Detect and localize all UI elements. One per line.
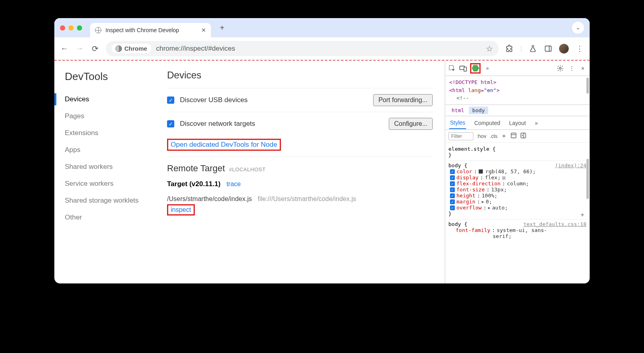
tab-styles[interactable]: Styles: [449, 117, 466, 129]
prop-checkbox[interactable]: ✓: [450, 187, 455, 192]
usb-checkbox[interactable]: ✓: [167, 96, 174, 104]
dom-breadcrumb: html body: [445, 105, 590, 116]
toggle-sidebar-icon[interactable]: [520, 132, 526, 140]
crumb-html[interactable]: html: [448, 107, 467, 114]
kebab-menu-icon[interactable]: ⋮: [575, 44, 584, 53]
flask-icon[interactable]: [528, 44, 537, 53]
color-swatch-icon[interactable]: [479, 169, 483, 174]
styles-scrollbar-icon[interactable]: [586, 159, 589, 199]
prop-checkbox[interactable]: ✓: [450, 205, 455, 210]
traffic-lights: [60, 25, 82, 31]
gear-icon[interactable]: [556, 64, 565, 73]
new-style-rule-icon[interactable]: ＋: [501, 132, 507, 140]
prop-checkbox[interactable]: ✓: [450, 169, 455, 174]
computed-styles-icon[interactable]: [510, 132, 517, 140]
browser-tab[interactable]: Inspect with Chrome Develop ✕: [90, 23, 211, 37]
target-path: /Users/stmarthe/code/index.js: [167, 195, 252, 202]
body-rule-source[interactable]: (index):24: [555, 162, 586, 168]
svg-rect-3: [464, 67, 466, 71]
elements-tree[interactable]: <!DOCTYPE html> <html lang="en"> <!--: [445, 76, 590, 105]
expand-triangle-icon[interactable]: ▶: [488, 205, 490, 210]
inspect-highlight-box: inspect: [167, 204, 195, 215]
extensions-icon[interactable]: [505, 44, 514, 53]
omnibox[interactable]: Chrome chrome://inspect/#devices ☆: [106, 41, 499, 56]
devtools-title: DevTools: [65, 70, 156, 83]
close-window-icon[interactable]: [60, 25, 65, 31]
prop-checkbox[interactable]: ✓: [450, 175, 455, 180]
trace-link[interactable]: trace: [227, 181, 241, 187]
hexagon-icon: [472, 65, 479, 72]
sidebar-item-shared-workers[interactable]: Shared workers: [65, 158, 156, 175]
new-tab-button[interactable]: +: [220, 23, 225, 33]
forward-button[interactable]: →: [75, 44, 84, 53]
sidebar-item-pages[interactable]: Pages: [65, 108, 156, 125]
styles-body[interactable]: element.style { } body { (index):24 ✓ co…: [445, 143, 590, 283]
port-forwarding-button[interactable]: Port forwarding...: [373, 94, 433, 106]
inspect-element-icon[interactable]: [448, 64, 456, 73]
styles-filter-input[interactable]: [448, 132, 473, 140]
tab-more[interactable]: »: [534, 117, 539, 129]
tab-computed[interactable]: Computed: [473, 117, 501, 129]
usb-label: Discover USB devices: [180, 96, 367, 104]
prop-checkbox[interactable]: ✓: [450, 193, 455, 198]
tab-close-icon[interactable]: ✕: [201, 27, 206, 33]
svg-point-4: [559, 67, 561, 69]
dom-attr-val: en: [487, 87, 493, 93]
sidebar-item-apps[interactable]: Apps: [65, 142, 156, 158]
chrome-icon: [116, 45, 122, 52]
panel-icon[interactable]: [544, 44, 553, 53]
minimize-window-icon[interactable]: [68, 25, 74, 31]
node-devtools-icon[interactable]: [470, 63, 481, 74]
prop-color[interactable]: ✓ color: rgb(48, 57, 66);: [448, 168, 586, 174]
device-toolbar-icon[interactable]: [459, 64, 468, 73]
reload-button[interactable]: ⟳: [91, 44, 99, 53]
dom-doctype: <!DOCTYPE html>: [449, 79, 496, 85]
browser-window: Inspect with Chrome Develop ✕ + ⌄ ← → ⟳ …: [54, 18, 590, 283]
element-style-selector: element.style {: [448, 146, 586, 152]
bookmark-star-icon[interactable]: ☆: [486, 44, 493, 53]
maximize-window-icon[interactable]: [77, 25, 82, 31]
devtools-close-icon[interactable]: ✕: [578, 64, 587, 73]
dom-html-open: <html: [449, 87, 468, 93]
tabs-dropdown-button[interactable]: ⌄: [572, 22, 584, 34]
devtools-kebab-icon[interactable]: ⋮: [567, 64, 576, 73]
prop-margin[interactable]: ✓ margin: ▶ 0;: [448, 199, 586, 205]
dedicated-highlight-box: Open dedicated DevTools for Node: [167, 139, 281, 151]
sidebar-item-shared-storage-worklets[interactable]: Shared storage worklets: [65, 192, 156, 209]
expand-triangle-icon[interactable]: ▶: [482, 199, 484, 204]
open-dedicated-devtools-link[interactable]: Open dedicated DevTools for Node: [171, 141, 277, 148]
chrome-chip: Chrome: [111, 44, 151, 53]
prop-font-size[interactable]: ✓ font-size: 13px;: [448, 187, 586, 193]
avatar[interactable]: [559, 44, 569, 53]
flex-badge-icon[interactable]: ▦: [502, 174, 506, 181]
inspect-link[interactable]: inspect: [171, 206, 191, 213]
prop-checkbox[interactable]: ✓: [450, 199, 455, 204]
cls-toggle[interactable]: .cls: [490, 133, 498, 139]
prop-height[interactable]: ✓ height: 100%;: [448, 193, 586, 199]
body2-source[interactable]: text_defaults.css:18: [523, 221, 586, 227]
sidebar-item-other[interactable]: Other: [65, 209, 156, 226]
prop-flex-direction[interactable]: ✓ flex-direction: column;: [448, 181, 586, 187]
configure-button[interactable]: Configure...: [389, 118, 433, 130]
scrollbar-icon[interactable]: [586, 78, 589, 94]
prop-font-family[interactable]: font-family: system-ui, sans-: [448, 227, 586, 233]
body-rule: body { (index):24 ✓ color: rgb(48, 57, 6…: [448, 160, 586, 217]
more-tabs-icon[interactable]: »: [483, 64, 492, 73]
crumb-body[interactable]: body: [469, 107, 488, 114]
tab-layout[interactable]: Layout: [508, 117, 527, 129]
network-row: ✓ Discover network targets Configure...: [167, 112, 433, 135]
hov-toggle[interactable]: :hov: [477, 133, 487, 139]
prop-display[interactable]: ✓ display: flex; ▦: [448, 174, 586, 181]
prop-font-family-cont: serif;: [448, 233, 586, 239]
prop-checkbox[interactable]: ✓: [450, 181, 455, 186]
network-checkbox[interactable]: ✓: [167, 120, 174, 127]
sidebar-item-service-workers[interactable]: Service workers: [65, 175, 156, 192]
back-button[interactable]: ←: [60, 44, 69, 53]
sidebar-item-extensions[interactable]: Extensions: [65, 125, 156, 142]
styles-toolbar: :hov .cls ＋: [445, 130, 590, 143]
sidebar-item-devices[interactable]: Devices: [65, 91, 156, 108]
add-property-icon[interactable]: ＋: [579, 211, 586, 219]
target-line: Target (v20.11.1) trace: [167, 180, 433, 188]
prop-overflow[interactable]: ✓ overflow: ▶ auto;: [448, 205, 586, 211]
dom-html-close: ">: [493, 87, 500, 93]
